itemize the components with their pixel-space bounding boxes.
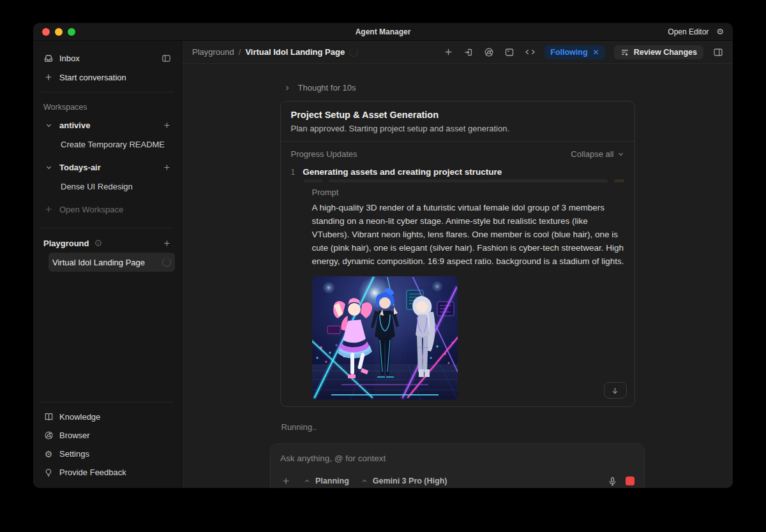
review-changes-label: Review Changes (634, 48, 697, 57)
plus-icon (43, 204, 54, 214)
model-label: Gemini 3 Pro (High) (373, 477, 447, 485)
attach-plus-icon[interactable] (280, 475, 292, 487)
browser-icon (43, 431, 54, 441)
inbox-icon (43, 53, 54, 63)
open-workspace-label: Open Workspace (59, 205, 123, 214)
terminal-icon[interactable] (504, 47, 515, 58)
titlebar-settings-gear-icon[interactable]: ⚙ (716, 27, 724, 36)
task-card-subtitle: Plan approved. Starting project setup an… (291, 124, 624, 133)
chevron-down-icon (617, 151, 624, 158)
playground-item-label: Virtual Idol Landing Page (52, 258, 145, 267)
prompt-label: Prompt (312, 188, 624, 197)
step-number: 1 (291, 168, 296, 177)
knowledge-label: Knowledge (59, 412, 100, 422)
task-running-spinner (349, 48, 358, 57)
window-title: Agent Manager (33, 27, 733, 36)
sidebar-item-browser[interactable]: Browser (40, 426, 175, 445)
plus-icon (43, 72, 54, 82)
task-card: Project Setup & Asset Generation Plan ap… (280, 101, 635, 407)
conversation-label: Create Temporary README (61, 140, 165, 149)
breadcrumb: Playground / Virtual Idol Landing Page (192, 47, 358, 57)
app-window: Agent Manager Open Editor ⚙ Inbox S (33, 23, 733, 488)
mode-selector[interactable]: Planning (302, 476, 349, 486)
main-topbar: Playground / Virtual Idol Landing Page (182, 41, 733, 64)
minimize-window-button[interactable] (55, 28, 63, 36)
open-editor-button[interactable]: Open Editor (668, 27, 709, 36)
code-icon[interactable] (524, 47, 536, 58)
microphone-icon[interactable] (606, 475, 618, 487)
titlebar: Agent Manager Open Editor ⚙ (33, 23, 733, 41)
playground-item-selected[interactable]: Virtual Idol Landing Page (49, 253, 175, 272)
following-label: Following (550, 48, 587, 57)
gear-icon: ⚙ (43, 449, 54, 459)
chevron-down-icon (43, 162, 54, 172)
task-card-title: Project Setup & Asset Generation (291, 110, 624, 120)
mode-label: Planning (315, 477, 349, 485)
sidebar-item-settings[interactable]: ⚙ Settings (40, 445, 175, 463)
conversation-item[interactable]: Create Temporary README (40, 135, 175, 154)
sidebar-item-feedback[interactable]: Provide Feedback (40, 463, 175, 482)
sidebar-divider (41, 92, 174, 92)
browser-label: Browser (59, 431, 90, 440)
panel-right-icon[interactable] (712, 47, 724, 58)
loading-spinner (162, 258, 171, 267)
collapse-sidebar-icon[interactable] (161, 54, 171, 63)
open-workspace-button[interactable]: Open Workspace (40, 200, 175, 219)
zoom-window-button[interactable] (68, 28, 75, 36)
prompt-text: A high-quality 3D render of a futuristic… (312, 201, 624, 268)
close-window-button[interactable] (42, 28, 50, 36)
running-status: Running.. (280, 422, 635, 432)
progress-updates-label: Progress Updates (291, 149, 357, 159)
close-icon[interactable]: ✕ (593, 48, 599, 57)
sidebar-item-knowledge[interactable]: Knowledge (40, 408, 175, 426)
generated-idol-image[interactable] (312, 276, 458, 400)
workspace-todays-air[interactable]: Todays-air (40, 158, 175, 177)
conversation-scroll-area[interactable]: Thought for 10s Project Setup & Asset Ge… (182, 64, 733, 488)
ask-input[interactable] (280, 454, 635, 463)
playground-label: Playground (43, 239, 89, 248)
feedback-label: Provide Feedback (59, 468, 126, 477)
collapse-all-button[interactable]: Collapse all (571, 149, 624, 159)
new-task-plus-icon[interactable] (442, 47, 454, 58)
info-icon (93, 238, 103, 248)
stop-button[interactable] (626, 477, 635, 485)
chevron-up-icon (302, 476, 312, 486)
sidebar-item-inbox[interactable]: Inbox (40, 48, 175, 68)
browser-preview-icon[interactable] (483, 47, 495, 58)
model-selector[interactable]: Gemini 3 Pro (High) (359, 476, 447, 486)
scroll-to-bottom-button[interactable] (604, 382, 627, 399)
playground-section-header[interactable]: Playground (40, 233, 175, 253)
start-conversation-button[interactable]: Start conversation (40, 68, 175, 87)
conversation-item[interactable]: Dense UI Redesign (40, 177, 175, 196)
thought-toggle[interactable]: Thought for 10s (280, 83, 635, 92)
thought-label: Thought for 10s (298, 83, 356, 92)
following-toggle[interactable]: Following ✕ (544, 45, 605, 59)
sidebar-divider (41, 402, 174, 403)
add-to-workspace-icon[interactable] (163, 163, 171, 172)
move-to-project-icon[interactable] (463, 47, 474, 58)
main-panel: Playground / Virtual Idol Landing Page (182, 41, 733, 488)
sidebar-divider (41, 228, 174, 228)
workspace-name: antivive (59, 121, 90, 130)
inbox-label: Inbox (59, 54, 80, 63)
progress-step[interactable]: 1 Generating assets and creating project… (291, 167, 624, 177)
settings-label: Settings (59, 449, 89, 459)
composer[interactable]: Planning Gemini 3 Pro (High) (270, 443, 645, 488)
chevron-right-icon (284, 85, 290, 91)
workspace-name: Todays-air (59, 163, 101, 172)
add-to-workspace-icon[interactable] (163, 121, 171, 129)
add-playground-icon[interactable] (163, 239, 171, 248)
book-icon (43, 412, 54, 422)
breadcrumb-page: Virtual Idol Landing Page (245, 47, 345, 57)
lightbulb-icon (43, 468, 54, 478)
workspace-antivive[interactable]: antivive (40, 115, 175, 135)
conversation-label: Dense UI Redesign (61, 182, 133, 191)
fading-status-line (304, 179, 624, 182)
chevron-up-icon (359, 476, 370, 486)
step-title: Generating assets and creating project s… (303, 167, 502, 177)
start-conversation-label: Start conversation (59, 73, 126, 82)
review-changes-icon (620, 48, 629, 57)
breadcrumb-section[interactable]: Playground (192, 47, 234, 57)
chevron-down-icon (43, 120, 54, 130)
review-changes-button[interactable]: Review Changes (614, 45, 703, 59)
